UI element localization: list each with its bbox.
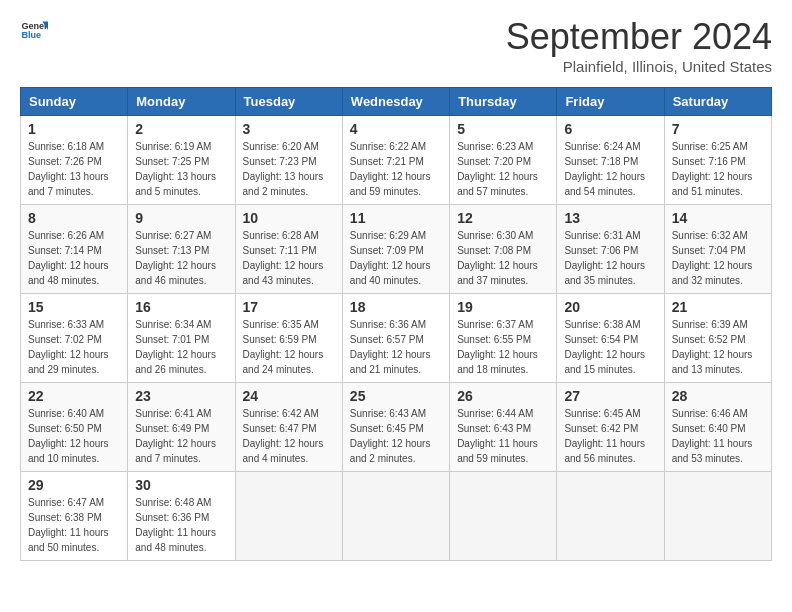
day-detail: Sunrise: 6:20 AMSunset: 7:23 PMDaylight:… — [243, 139, 335, 199]
day-cell-22: 22Sunrise: 6:40 AMSunset: 6:50 PMDayligh… — [21, 383, 128, 472]
day-detail: Sunrise: 6:31 AMSunset: 7:06 PMDaylight:… — [564, 228, 656, 288]
title-area: September 2024 Plainfield, Illinois, Uni… — [506, 16, 772, 75]
day-detail: Sunrise: 6:45 AMSunset: 6:42 PMDaylight:… — [564, 406, 656, 466]
day-cell-2: 2Sunrise: 6:19 AMSunset: 7:25 PMDaylight… — [128, 116, 235, 205]
day-number: 16 — [135, 299, 227, 315]
day-number: 8 — [28, 210, 120, 226]
day-detail: Sunrise: 6:48 AMSunset: 6:36 PMDaylight:… — [135, 495, 227, 555]
day-cell-7: 7Sunrise: 6:25 AMSunset: 7:16 PMDaylight… — [664, 116, 771, 205]
day-cell-23: 23Sunrise: 6:41 AMSunset: 6:49 PMDayligh… — [128, 383, 235, 472]
day-cell-3: 3Sunrise: 6:20 AMSunset: 7:23 PMDaylight… — [235, 116, 342, 205]
day-detail: Sunrise: 6:28 AMSunset: 7:11 PMDaylight:… — [243, 228, 335, 288]
header-monday: Monday — [128, 88, 235, 116]
day-detail: Sunrise: 6:41 AMSunset: 6:49 PMDaylight:… — [135, 406, 227, 466]
day-cell-20: 20Sunrise: 6:38 AMSunset: 6:54 PMDayligh… — [557, 294, 664, 383]
day-number: 12 — [457, 210, 549, 226]
day-number: 5 — [457, 121, 549, 137]
day-number: 22 — [28, 388, 120, 404]
day-detail: Sunrise: 6:38 AMSunset: 6:54 PMDaylight:… — [564, 317, 656, 377]
day-number: 30 — [135, 477, 227, 493]
day-number: 2 — [135, 121, 227, 137]
week-row-1: 1Sunrise: 6:18 AMSunset: 7:26 PMDaylight… — [21, 116, 772, 205]
day-cell-21: 21Sunrise: 6:39 AMSunset: 6:52 PMDayligh… — [664, 294, 771, 383]
header-thursday: Thursday — [450, 88, 557, 116]
page-header: General Blue September 2024 Plainfield, … — [20, 16, 772, 75]
calendar-title: September 2024 — [506, 16, 772, 58]
calendar-table: SundayMondayTuesdayWednesdayThursdayFrid… — [20, 87, 772, 561]
day-number: 7 — [672, 121, 764, 137]
day-detail: Sunrise: 6:36 AMSunset: 6:57 PMDaylight:… — [350, 317, 442, 377]
svg-text:Blue: Blue — [21, 30, 41, 40]
day-number: 24 — [243, 388, 335, 404]
day-cell-28: 28Sunrise: 6:46 AMSunset: 6:40 PMDayligh… — [664, 383, 771, 472]
day-cell-16: 16Sunrise: 6:34 AMSunset: 7:01 PMDayligh… — [128, 294, 235, 383]
day-number: 26 — [457, 388, 549, 404]
day-number: 14 — [672, 210, 764, 226]
days-header-row: SundayMondayTuesdayWednesdayThursdayFrid… — [21, 88, 772, 116]
day-number: 15 — [28, 299, 120, 315]
day-detail: Sunrise: 6:30 AMSunset: 7:08 PMDaylight:… — [457, 228, 549, 288]
day-cell-1: 1Sunrise: 6:18 AMSunset: 7:26 PMDaylight… — [21, 116, 128, 205]
day-detail: Sunrise: 6:34 AMSunset: 7:01 PMDaylight:… — [135, 317, 227, 377]
day-number: 11 — [350, 210, 442, 226]
day-detail: Sunrise: 6:32 AMSunset: 7:04 PMDaylight:… — [672, 228, 764, 288]
day-number: 17 — [243, 299, 335, 315]
header-saturday: Saturday — [664, 88, 771, 116]
day-number: 1 — [28, 121, 120, 137]
empty-cell — [557, 472, 664, 561]
day-cell-11: 11Sunrise: 6:29 AMSunset: 7:09 PMDayligh… — [342, 205, 449, 294]
day-number: 19 — [457, 299, 549, 315]
day-detail: Sunrise: 6:29 AMSunset: 7:09 PMDaylight:… — [350, 228, 442, 288]
day-cell-10: 10Sunrise: 6:28 AMSunset: 7:11 PMDayligh… — [235, 205, 342, 294]
day-detail: Sunrise: 6:33 AMSunset: 7:02 PMDaylight:… — [28, 317, 120, 377]
header-tuesday: Tuesday — [235, 88, 342, 116]
day-cell-9: 9Sunrise: 6:27 AMSunset: 7:13 PMDaylight… — [128, 205, 235, 294]
day-detail: Sunrise: 6:23 AMSunset: 7:20 PMDaylight:… — [457, 139, 549, 199]
week-row-5: 29Sunrise: 6:47 AMSunset: 6:38 PMDayligh… — [21, 472, 772, 561]
day-detail: Sunrise: 6:27 AMSunset: 7:13 PMDaylight:… — [135, 228, 227, 288]
day-detail: Sunrise: 6:39 AMSunset: 6:52 PMDaylight:… — [672, 317, 764, 377]
day-number: 20 — [564, 299, 656, 315]
header-friday: Friday — [557, 88, 664, 116]
header-sunday: Sunday — [21, 88, 128, 116]
day-number: 13 — [564, 210, 656, 226]
day-detail: Sunrise: 6:42 AMSunset: 6:47 PMDaylight:… — [243, 406, 335, 466]
week-row-4: 22Sunrise: 6:40 AMSunset: 6:50 PMDayligh… — [21, 383, 772, 472]
week-row-2: 8Sunrise: 6:26 AMSunset: 7:14 PMDaylight… — [21, 205, 772, 294]
day-detail: Sunrise: 6:26 AMSunset: 7:14 PMDaylight:… — [28, 228, 120, 288]
day-cell-13: 13Sunrise: 6:31 AMSunset: 7:06 PMDayligh… — [557, 205, 664, 294]
day-detail: Sunrise: 6:22 AMSunset: 7:21 PMDaylight:… — [350, 139, 442, 199]
day-cell-19: 19Sunrise: 6:37 AMSunset: 6:55 PMDayligh… — [450, 294, 557, 383]
day-cell-17: 17Sunrise: 6:35 AMSunset: 6:59 PMDayligh… — [235, 294, 342, 383]
day-number: 4 — [350, 121, 442, 137]
day-detail: Sunrise: 6:46 AMSunset: 6:40 PMDaylight:… — [672, 406, 764, 466]
day-cell-29: 29Sunrise: 6:47 AMSunset: 6:38 PMDayligh… — [21, 472, 128, 561]
day-detail: Sunrise: 6:19 AMSunset: 7:25 PMDaylight:… — [135, 139, 227, 199]
day-cell-8: 8Sunrise: 6:26 AMSunset: 7:14 PMDaylight… — [21, 205, 128, 294]
day-cell-18: 18Sunrise: 6:36 AMSunset: 6:57 PMDayligh… — [342, 294, 449, 383]
day-cell-6: 6Sunrise: 6:24 AMSunset: 7:18 PMDaylight… — [557, 116, 664, 205]
day-number: 21 — [672, 299, 764, 315]
empty-cell — [664, 472, 771, 561]
empty-cell — [235, 472, 342, 561]
day-cell-30: 30Sunrise: 6:48 AMSunset: 6:36 PMDayligh… — [128, 472, 235, 561]
day-number: 25 — [350, 388, 442, 404]
day-detail: Sunrise: 6:43 AMSunset: 6:45 PMDaylight:… — [350, 406, 442, 466]
day-number: 3 — [243, 121, 335, 137]
day-number: 27 — [564, 388, 656, 404]
day-cell-15: 15Sunrise: 6:33 AMSunset: 7:02 PMDayligh… — [21, 294, 128, 383]
day-cell-25: 25Sunrise: 6:43 AMSunset: 6:45 PMDayligh… — [342, 383, 449, 472]
day-cell-27: 27Sunrise: 6:45 AMSunset: 6:42 PMDayligh… — [557, 383, 664, 472]
day-detail: Sunrise: 6:47 AMSunset: 6:38 PMDaylight:… — [28, 495, 120, 555]
day-cell-26: 26Sunrise: 6:44 AMSunset: 6:43 PMDayligh… — [450, 383, 557, 472]
day-detail: Sunrise: 6:18 AMSunset: 7:26 PMDaylight:… — [28, 139, 120, 199]
logo-icon: General Blue — [20, 16, 48, 44]
day-cell-12: 12Sunrise: 6:30 AMSunset: 7:08 PMDayligh… — [450, 205, 557, 294]
empty-cell — [450, 472, 557, 561]
day-number: 9 — [135, 210, 227, 226]
day-detail: Sunrise: 6:44 AMSunset: 6:43 PMDaylight:… — [457, 406, 549, 466]
day-number: 6 — [564, 121, 656, 137]
logo: General Blue — [20, 16, 48, 44]
day-cell-4: 4Sunrise: 6:22 AMSunset: 7:21 PMDaylight… — [342, 116, 449, 205]
day-detail: Sunrise: 6:35 AMSunset: 6:59 PMDaylight:… — [243, 317, 335, 377]
